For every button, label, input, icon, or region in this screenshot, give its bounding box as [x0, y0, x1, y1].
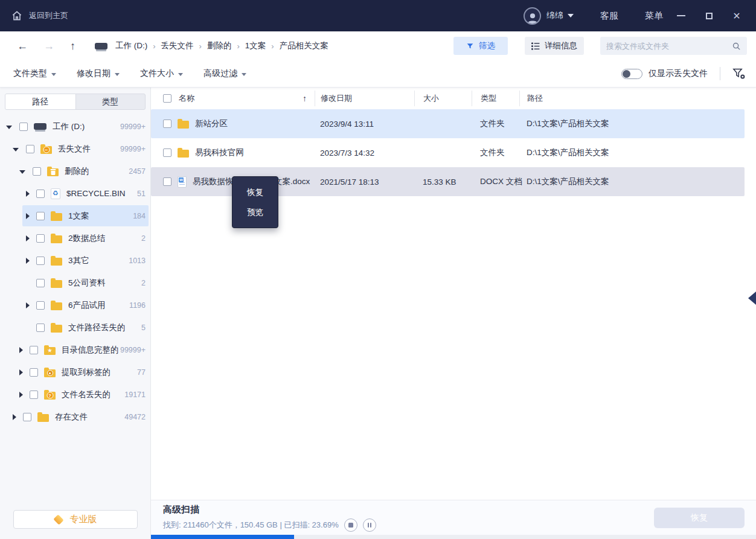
- search-box[interactable]: [600, 37, 747, 55]
- recover-button[interactable]: 恢复: [654, 508, 745, 528]
- checkbox[interactable]: [23, 413, 31, 421]
- tree-item[interactable]: 6产品试用 1196: [0, 294, 150, 316]
- tree-item[interactable]: ♻ $RECYCLE.BIN 51: [0, 182, 150, 205]
- filter-button[interactable]: 筛选: [453, 37, 508, 55]
- checkbox[interactable]: [36, 257, 45, 265]
- tree-item[interactable]: 删除的 2457: [0, 160, 150, 182]
- chevron-down-icon: [178, 73, 183, 76]
- expand-arrow-icon[interactable]: [26, 302, 30, 308]
- checkbox[interactable]: [36, 190, 45, 198]
- breadcrumb-item[interactable]: 1文案: [245, 40, 266, 51]
- support-button[interactable]: 客服: [600, 10, 618, 22]
- expand-arrow-icon[interactable]: [26, 258, 30, 264]
- user-avatar[interactable]: [524, 7, 541, 25]
- tab-type[interactable]: 类型: [75, 94, 146, 109]
- expand-arrow-icon[interactable]: [19, 369, 23, 375]
- filter-dropdown[interactable]: 高级过滤: [203, 68, 246, 79]
- filter-dropdown[interactable]: 文件类型: [13, 68, 56, 79]
- expand-arrow-icon[interactable]: [13, 148, 19, 151]
- minimize-button[interactable]: [671, 7, 691, 25]
- tree-item-label: 1文案: [68, 211, 89, 222]
- table-row[interactable]: 易我科技官网 2023/7/3 14:32 文件夹 D:\1文案\产品相关文案: [151, 138, 745, 167]
- tree-item[interactable]: 5公司资料 2: [0, 272, 150, 294]
- checkbox[interactable]: [163, 120, 171, 128]
- context-menu-recover[interactable]: 恢复: [232, 182, 278, 202]
- username-label[interactable]: 绵绵: [546, 10, 563, 21]
- tree-item[interactable]: – 丢失文件 99999+: [0, 138, 150, 160]
- checkbox[interactable]: [36, 279, 45, 287]
- folder-tag-icon: [44, 369, 56, 377]
- close-button[interactable]: ✕: [727, 7, 746, 25]
- tree-item[interactable]: 提取到标签的 77: [0, 361, 150, 383]
- checkbox[interactable]: [30, 368, 38, 377]
- column-header-name[interactable]: 名称: [179, 93, 194, 104]
- filter-dropdown-label: 高级过滤: [203, 68, 237, 79]
- tree-item[interactable]: 存在文件 49472: [0, 406, 150, 428]
- context-menu-preview[interactable]: 预览: [232, 202, 278, 222]
- checkbox[interactable]: [30, 391, 38, 399]
- checkbox[interactable]: [163, 148, 171, 157]
- only-lost-files-toggle[interactable]: [621, 69, 642, 79]
- tree-item[interactable]: 1文案 184: [0, 205, 150, 227]
- checkbox[interactable]: [36, 324, 45, 332]
- detail-info-button[interactable]: 详细信息: [525, 37, 584, 55]
- column-header-date[interactable]: 修改日期: [315, 91, 414, 106]
- search-icon[interactable]: [732, 42, 741, 51]
- column-header-size[interactable]: 大小: [414, 91, 472, 106]
- tree-item[interactable]: 3其它 1013: [0, 249, 150, 272]
- checkbox[interactable]: [163, 177, 171, 186]
- tree-item[interactable]: 工作 (D:) 99999+: [0, 115, 150, 138]
- expand-arrow-icon[interactable]: [26, 235, 30, 241]
- expand-arrow-icon[interactable]: [13, 414, 16, 420]
- expand-arrow-icon[interactable]: [26, 191, 30, 197]
- filter-dropdown-label: 文件大小: [140, 68, 174, 79]
- menu-button[interactable]: 菜单: [645, 10, 663, 22]
- tree-item[interactable]: ? 文件名丢失的 19171: [0, 383, 150, 406]
- nav-up-button[interactable]: ↑: [70, 40, 75, 53]
- filter-options-bar: 文件类型修改日期文件大小高级过滤 仅显示丢失文件: [0, 60, 756, 88]
- file-path: D:\1文案\产品相关文案: [519, 118, 745, 129]
- checkbox[interactable]: [36, 301, 45, 310]
- expand-arrow-icon[interactable]: [19, 170, 25, 174]
- nav-back-button[interactable]: ←: [17, 40, 28, 53]
- checkbox[interactable]: [36, 234, 45, 243]
- checkbox[interactable]: [36, 212, 45, 220]
- nav-forward-button[interactable]: →: [43, 40, 54, 53]
- column-header-type[interactable]: 类型: [472, 91, 519, 106]
- scan-progress-bar: [151, 535, 756, 539]
- column-header-path[interactable]: 路径: [519, 91, 756, 106]
- select-all-checkbox[interactable]: [163, 94, 171, 103]
- breadcrumb-item[interactable]: 工作 (D:): [115, 40, 147, 51]
- pro-version-button[interactable]: 专业版: [13, 510, 138, 529]
- filter-dropdown[interactable]: 文件大小: [140, 68, 183, 79]
- maximize-button[interactable]: [699, 7, 719, 25]
- breadcrumb-item[interactable]: 删除的: [207, 40, 232, 51]
- checkbox[interactable]: [30, 346, 38, 354]
- expand-arrow-icon[interactable]: [19, 347, 23, 353]
- tree-item[interactable]: 2数据总结 2: [0, 227, 150, 249]
- filter-dropdown[interactable]: 修改日期: [77, 68, 120, 79]
- breadcrumb-item[interactable]: 产品相关文案: [280, 40, 328, 51]
- expand-arrow-icon[interactable]: [19, 392, 23, 398]
- stop-scan-button[interactable]: [344, 518, 357, 532]
- expand-arrow-icon[interactable]: [6, 126, 12, 129]
- checkbox[interactable]: [19, 123, 28, 131]
- panel-collapse-arrow-icon[interactable]: [748, 292, 756, 305]
- tree-item[interactable]: 文件路径丢失的 5: [0, 316, 150, 339]
- expand-arrow-icon[interactable]: [26, 213, 30, 219]
- clear-filter-icon[interactable]: [732, 68, 746, 80]
- back-to-home-button[interactable]: 返回到主页: [11, 10, 68, 22]
- checkbox[interactable]: [33, 167, 41, 176]
- search-input[interactable]: [606, 42, 732, 51]
- checkbox[interactable]: [26, 145, 34, 153]
- user-menu-caret-icon[interactable]: [568, 14, 574, 18]
- breadcrumb-item[interactable]: 丢失文件: [161, 40, 194, 51]
- table-row[interactable]: 新站分区 2023/9/4 13:11 文件夹 D:\1文案\产品相关文案: [151, 109, 745, 138]
- pause-scan-button[interactable]: [363, 518, 376, 532]
- chevron-down-icon: [115, 73, 120, 76]
- sort-ascending-icon[interactable]: ↑: [303, 94, 307, 103]
- tree-item[interactable]: ★ 目录信息完整的 99999+: [0, 339, 150, 361]
- tab-path[interactable]: 路径: [5, 94, 75, 109]
- folder-icon: [178, 121, 189, 129]
- tree-item-label: 5公司资料: [68, 278, 106, 289]
